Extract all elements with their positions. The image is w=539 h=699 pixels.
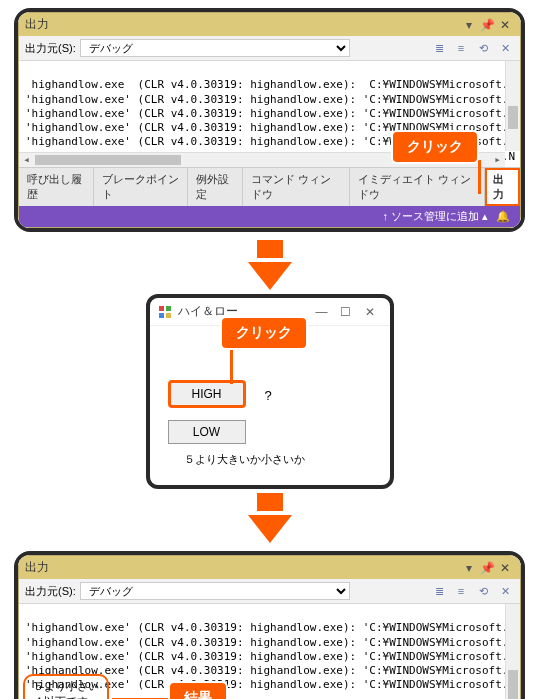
output-title: 出力: [25, 16, 466, 33]
callout-click-high: クリック: [220, 316, 308, 350]
toolbar-icon-4[interactable]: ✕: [496, 583, 514, 599]
svg-rect-3: [166, 313, 171, 318]
result-highlight: ５より小さい ４以下です ８ではない: [23, 674, 109, 699]
highlow-dialog: ハイ＆ロー — ☐ ✕ クリック HIGH ? LOW ５より大きいか小さいか: [146, 294, 394, 489]
tab-breakpoints[interactable]: ブレークポイント: [94, 168, 188, 206]
toolbar-icon-1[interactable]: ≣: [430, 40, 448, 56]
svg-rect-0: [159, 306, 164, 311]
output-source-select[interactable]: デバッグ: [80, 39, 350, 57]
toolbar-icon-2[interactable]: ≡: [452, 40, 470, 56]
tab-output[interactable]: 出力: [485, 168, 520, 206]
source-control-add[interactable]: ↑ ソース管理に追加 ▴: [382, 209, 488, 224]
output-titlebar: 出力 ▾ 📌 ✕: [19, 556, 520, 579]
output-source-label: 出力元(S):: [25, 41, 76, 56]
svg-rect-1: [166, 306, 171, 311]
callout-result: 結果: [168, 681, 228, 699]
low-button[interactable]: LOW: [168, 420, 246, 444]
pin-icon[interactable]: 📌: [478, 561, 496, 575]
callout-connector: [478, 160, 481, 194]
close-icon[interactable]: ✕: [358, 305, 382, 319]
maximize-icon[interactable]: ☐: [334, 305, 358, 319]
arrow-down-1: [0, 240, 539, 290]
toolbar-icon-3[interactable]: ⟲: [474, 583, 492, 599]
app-icon: [158, 305, 172, 319]
notifications-icon[interactable]: 🔔: [496, 210, 510, 223]
output-title: 出力: [25, 559, 466, 576]
tab-exceptions[interactable]: 例外設定: [188, 168, 244, 206]
output-panel-top: 出力 ▾ 📌 ✕ 出力元(S): デバッグ ≣ ≡ ⟲ ✕ highandlow…: [14, 8, 525, 232]
output-toolbar: 出力元(S): デバッグ ≣ ≡ ⟲ ✕: [19, 579, 520, 604]
toolbar-icon-1[interactable]: ≣: [430, 583, 448, 599]
close-icon[interactable]: ✕: [496, 561, 514, 575]
caption-text: ５より大きいか小さいか: [184, 452, 305, 467]
output-source-select[interactable]: デバッグ: [80, 582, 350, 600]
toolbar-icon-4[interactable]: ✕: [496, 40, 514, 56]
toolbar-icon-3[interactable]: ⟲: [474, 40, 492, 56]
statusbar: ↑ ソース管理に追加 ▴ 🔔: [19, 206, 520, 227]
output-panel-bottom: 出力 ▾ 📌 ✕ 出力元(S): デバッグ ≣ ≡ ⟲ ✕ 'highandlo…: [14, 551, 525, 699]
arrow-down-2: [0, 493, 539, 543]
output-console: 'highandlow.exe' (CLR v4.0.30319: highan…: [19, 604, 520, 699]
tab-callstack[interactable]: 呼び出し履歴: [19, 168, 94, 206]
dropdown-icon[interactable]: ▾: [466, 18, 472, 32]
svg-rect-2: [159, 313, 164, 318]
vertical-scrollbar[interactable]: [505, 61, 520, 151]
output-source-label: 出力元(S):: [25, 584, 76, 599]
output-titlebar: 出力 ▾ 📌 ✕: [19, 13, 520, 36]
panel-tabs: 呼び出し履歴 ブレークポイント 例外設定 コマンド ウィンドウ イミディエイト …: [19, 167, 520, 206]
callout-connector-high: [230, 348, 233, 384]
tab-immediate[interactable]: イミディエイト ウィンドウ: [350, 168, 485, 206]
toolbar-icon-2[interactable]: ≡: [452, 583, 470, 599]
scroll-left-icon[interactable]: ◂: [19, 153, 34, 167]
scroll-right-icon[interactable]: ▸: [490, 153, 505, 167]
vertical-scrollbar[interactable]: [505, 604, 520, 699]
close-icon[interactable]: ✕: [496, 18, 514, 32]
callout-click-tab: クリック: [391, 130, 479, 164]
tab-command[interactable]: コマンド ウィンドウ: [243, 168, 349, 206]
pin-icon[interactable]: 📌: [478, 18, 496, 32]
minimize-icon[interactable]: —: [310, 305, 334, 319]
high-button[interactable]: HIGH: [168, 380, 246, 408]
output-toolbar: 出力元(S): デバッグ ≣ ≡ ⟲ ✕: [19, 36, 520, 61]
dropdown-icon[interactable]: ▾: [466, 561, 472, 575]
question-mark: ?: [265, 388, 272, 403]
